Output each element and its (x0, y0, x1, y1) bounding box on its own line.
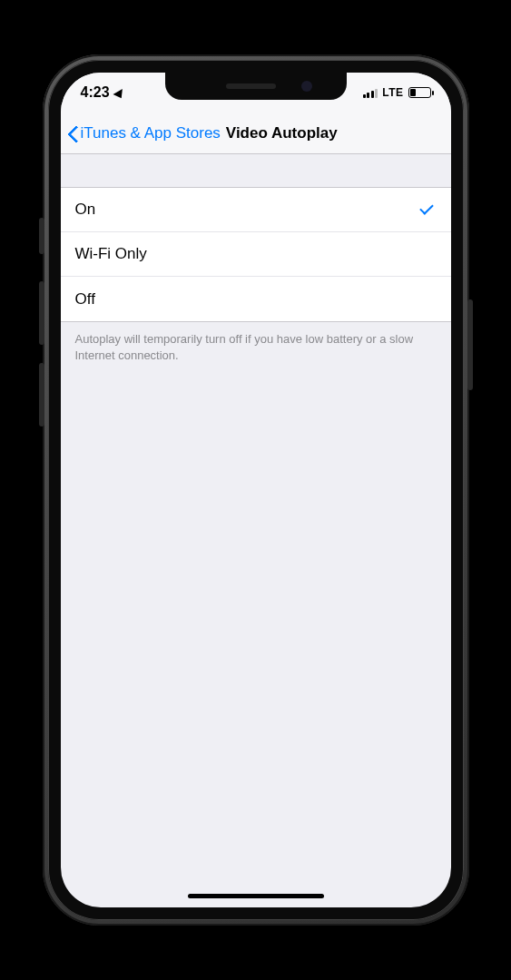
option-label: On (75, 201, 96, 219)
chevron-left-icon (66, 124, 77, 142)
side-button[interactable] (39, 218, 44, 254)
volume-up-button[interactable] (39, 281, 44, 345)
volume-down-button[interactable] (39, 363, 44, 426)
checkmark-icon (420, 201, 437, 218)
section-gap (61, 154, 451, 187)
status-time: 4:23 (81, 84, 110, 101)
option-off[interactable]: Off (61, 277, 451, 321)
home-indicator[interactable] (188, 894, 324, 898)
footer-note: Autoplay will temporarily turn off if yo… (61, 322, 451, 372)
page-title: Video Autoplay (226, 124, 338, 142)
option-on[interactable]: On (61, 188, 451, 232)
power-button[interactable] (467, 299, 473, 390)
notch (165, 73, 347, 100)
phone-frame: 4:23 LTE iTunes & App Stores Video Autop… (43, 54, 469, 926)
cellular-signal-icon (363, 88, 378, 98)
option-wifi-only[interactable]: Wi-Fi Only (61, 232, 451, 277)
option-label: Wi-Fi Only (75, 245, 147, 263)
screen: 4:23 LTE iTunes & App Stores Video Autop… (61, 73, 451, 907)
battery-icon (408, 87, 431, 98)
network-label: LTE (382, 86, 403, 99)
autoplay-options-list: On Wi-Fi Only Off (61, 187, 451, 322)
nav-bar: iTunes & App Stores Video Autoplay (61, 113, 451, 154)
location-icon (113, 87, 126, 98)
back-label: iTunes & App Stores (81, 124, 221, 142)
back-button[interactable]: iTunes & App Stores (66, 124, 221, 142)
option-label: Off (75, 290, 95, 309)
